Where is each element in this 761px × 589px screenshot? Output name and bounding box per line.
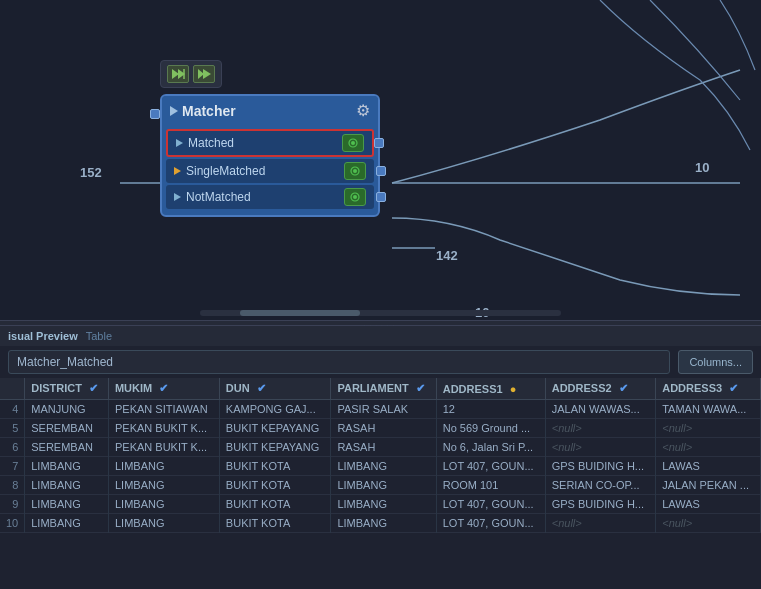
table-cell: 6 xyxy=(0,438,25,457)
canvas-label-152: 152 xyxy=(80,165,102,180)
matched-view-icon[interactable] xyxy=(342,134,364,152)
table-cell: 8 xyxy=(0,476,25,495)
node-outputs: Matched SingleMatched xyxy=(162,125,378,215)
output-not-matched-left: NotMatched xyxy=(174,190,251,204)
table-dropdown[interactable]: Matcher_Matched Matcher_SingleMatched Ma… xyxy=(8,350,670,374)
matched-arrow-icon xyxy=(176,139,183,147)
bottom-panel: isual Preview Table Matcher_Matched Matc… xyxy=(0,326,761,589)
not-matched-view-icon[interactable] xyxy=(344,188,366,206)
table-row: 7LIMBANGLIMBANGBUKIT KOTALIMBANGLOT 407,… xyxy=(0,457,761,476)
output-single-matched[interactable]: SingleMatched xyxy=(166,159,374,183)
node-toolbar xyxy=(160,60,222,88)
toolbar-play-skip[interactable] xyxy=(193,65,215,83)
table-cell: PEKAN BUKIT K... xyxy=(108,419,219,438)
table-cell: LAWAS xyxy=(656,495,761,514)
table-cell: <null> xyxy=(545,438,655,457)
col-num xyxy=(0,378,25,400)
col-address2: ADDRESS2 ✔ xyxy=(545,378,655,400)
single-output-connector[interactable] xyxy=(376,166,386,176)
table-cell: <null> xyxy=(656,438,761,457)
svg-point-8 xyxy=(353,169,357,173)
table-cell: RASAH xyxy=(331,438,436,457)
svg-point-10 xyxy=(353,195,357,199)
table-cell: No 6, Jalan Sri P... xyxy=(436,438,545,457)
col-address3: ADDRESS3 ✔ xyxy=(656,378,761,400)
table-cell: PEKAN BUKIT K... xyxy=(108,438,219,457)
table-cell: LOT 407, GOUN... xyxy=(436,514,545,533)
table-cell: No 569 Ground ... xyxy=(436,419,545,438)
table-row: 9LIMBANGLIMBANGBUKIT KOTALIMBANGLOT 407,… xyxy=(0,495,761,514)
table-toolbar: Matcher_Matched Matcher_SingleMatched Ma… xyxy=(0,346,761,378)
not-matched-arrow-icon xyxy=(174,193,181,201)
canvas-area: 152 10 142 10 xyxy=(0,0,761,320)
table-cell: LIMBANG xyxy=(108,457,219,476)
table-cell: MANJUNG xyxy=(25,400,109,419)
panel-subtitle-text: Table xyxy=(86,330,112,342)
table-cell: LAWAS xyxy=(656,457,761,476)
output-not-matched[interactable]: NotMatched xyxy=(166,185,374,209)
table-cell: BUKIT KOTA xyxy=(219,495,331,514)
output-not-matched-label: NotMatched xyxy=(186,190,251,204)
canvas-label-142: 142 xyxy=(436,248,458,263)
matcher-node: Matcher ⚙ Matched xyxy=(160,94,380,217)
table-cell: <null> xyxy=(545,514,655,533)
toolbar-play-forward[interactable] xyxy=(167,65,189,83)
table-row: 5SEREMBANPEKAN BUKIT K...BUKIT KEPAYANGR… xyxy=(0,419,761,438)
canvas-connections xyxy=(0,0,761,320)
table-cell: LIMBANG xyxy=(108,495,219,514)
table-cell: PEKAN SITIAWAN xyxy=(108,400,219,419)
output-matched[interactable]: Matched xyxy=(166,129,374,157)
canvas-label-10-right: 10 xyxy=(695,160,709,175)
table-cell: LIMBANG xyxy=(108,476,219,495)
gear-icon[interactable]: ⚙ xyxy=(356,101,370,120)
table-cell: BUKIT KOTA xyxy=(219,514,331,533)
canvas-scrollbar-thumb[interactable] xyxy=(240,310,360,316)
table-row: 4MANJUNGPEKAN SITIAWANKAMPONG GAJ...PASI… xyxy=(0,400,761,419)
svg-marker-0 xyxy=(172,69,179,79)
not-matched-output-connector[interactable] xyxy=(376,192,386,202)
table-cell: LIMBANG xyxy=(25,495,109,514)
table-cell: <null> xyxy=(545,419,655,438)
table-cell: 10 xyxy=(0,514,25,533)
table-cell: <null> xyxy=(656,419,761,438)
table-cell: BUKIT KOTA xyxy=(219,457,331,476)
table-cell: LIMBANG xyxy=(108,514,219,533)
table-cell: KAMPONG GAJ... xyxy=(219,400,331,419)
table-cell: LIMBANG xyxy=(25,476,109,495)
table-cell: 5 xyxy=(0,419,25,438)
single-view-icon[interactable] xyxy=(344,162,366,180)
table-cell: 12 xyxy=(436,400,545,419)
table-cell: LIMBANG xyxy=(331,476,436,495)
table-cell: 4 xyxy=(0,400,25,419)
table-cell: BUKIT KEPAYANG xyxy=(219,419,331,438)
canvas-scrollbar[interactable] xyxy=(200,310,561,316)
col-parliament: PARLIAMENT ✔ xyxy=(331,378,436,400)
table-row: 6SEREMBANPEKAN BUKIT K...BUKIT KEPAYANGR… xyxy=(0,438,761,457)
panel-header: isual Preview Table xyxy=(0,326,761,346)
svg-marker-4 xyxy=(203,69,211,79)
col-dun: DUN ✔ xyxy=(219,378,331,400)
node-title: Matcher xyxy=(170,103,236,119)
data-table[interactable]: DISTRICT ✔ MUKIM ✔ DUN ✔ PARLIAMENT ✔ AD… xyxy=(0,378,761,589)
table-cell: SEREMBAN xyxy=(25,438,109,457)
node-title-text: Matcher xyxy=(182,103,236,119)
table-cell: JALAN PEKAN ... xyxy=(656,476,761,495)
table-cell: LIMBANG xyxy=(25,457,109,476)
table-cell: SEREMBAN xyxy=(25,419,109,438)
table-cell: JALAN WAWAS... xyxy=(545,400,655,419)
table-cell: TAMAN WAWA... xyxy=(656,400,761,419)
node-input-connector[interactable] xyxy=(150,109,160,119)
output-single-label: SingleMatched xyxy=(186,164,265,178)
columns-button[interactable]: Columns... xyxy=(678,350,753,374)
table-row: 10LIMBANGLIMBANGBUKIT KOTALIMBANGLOT 407… xyxy=(0,514,761,533)
table-row: 8LIMBANGLIMBANGBUKIT KOTALIMBANGROOM 101… xyxy=(0,476,761,495)
table-cell: BUKIT KEPAYANG xyxy=(219,438,331,457)
col-district: DISTRICT ✔ xyxy=(25,378,109,400)
table-header-row: DISTRICT ✔ MUKIM ✔ DUN ✔ PARLIAMENT ✔ AD… xyxy=(0,378,761,400)
table-cell: LIMBANG xyxy=(331,457,436,476)
table-cell: GPS BUIDING H... xyxy=(545,457,655,476)
table-cell: 9 xyxy=(0,495,25,514)
matcher-node-group: Matcher ⚙ Matched xyxy=(160,60,380,217)
output-single-left: SingleMatched xyxy=(174,164,265,178)
matched-output-connector[interactable] xyxy=(374,138,384,148)
